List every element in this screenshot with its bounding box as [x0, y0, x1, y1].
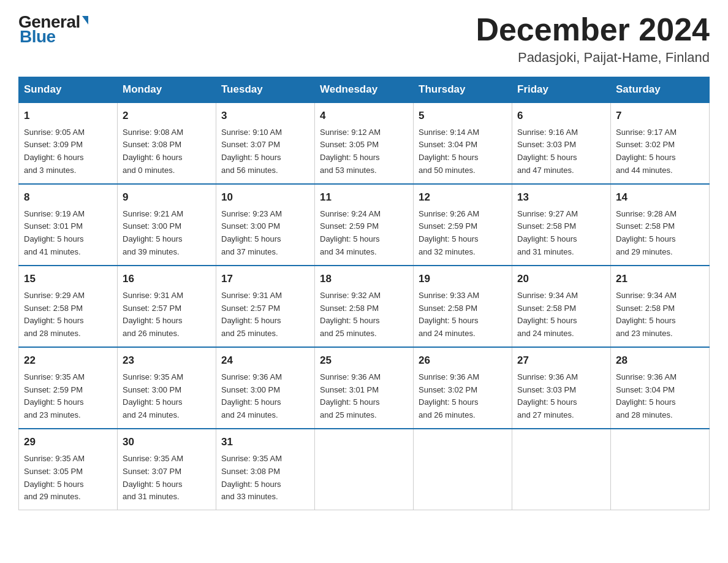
day-cell: 25Sunrise: 9:36 AM Sunset: 3:01 PM Dayli…: [315, 347, 414, 429]
day-cell: 26Sunrise: 9:36 AM Sunset: 3:02 PM Dayli…: [414, 347, 512, 429]
day-info: Sunrise: 9:19 AM Sunset: 3:01 PM Dayligh…: [24, 209, 85, 257]
day-info: Sunrise: 9:05 AM Sunset: 3:09 PM Dayligh…: [24, 128, 85, 175]
day-info: Sunrise: 9:12 AM Sunset: 3:05 PM Dayligh…: [320, 128, 381, 175]
day-info: Sunrise: 9:28 AM Sunset: 2:58 PM Dayligh…: [616, 209, 677, 257]
day-cell: 16Sunrise: 9:31 AM Sunset: 2:57 PM Dayli…: [118, 266, 216, 347]
day-number: 14: [616, 190, 704, 205]
header-friday: Friday: [512, 77, 611, 103]
day-info: Sunrise: 9:32 AM Sunset: 2:58 PM Dayligh…: [320, 291, 381, 339]
week-row-4: 22Sunrise: 9:35 AM Sunset: 2:59 PM Dayli…: [19, 347, 710, 429]
day-number: 23: [123, 353, 211, 369]
day-number: 18: [320, 271, 408, 287]
day-cell: 3Sunrise: 9:10 AM Sunset: 3:07 PM Daylig…: [216, 102, 315, 184]
title-area: December 2024 Padasjoki, Paijat-Hame, Fi…: [476, 12, 710, 66]
day-info: Sunrise: 9:23 AM Sunset: 3:00 PM Dayligh…: [221, 209, 282, 257]
day-number: 10: [221, 190, 309, 205]
day-cell: 20Sunrise: 9:34 AM Sunset: 2:58 PM Dayli…: [512, 266, 611, 347]
calendar-body: 1Sunrise: 9:05 AM Sunset: 3:09 PM Daylig…: [19, 102, 710, 510]
day-number: 24: [221, 353, 309, 369]
day-number: 7: [616, 108, 704, 124]
logo-blue-text: Blue: [18, 27, 56, 47]
header-sunday: Sunday: [19, 77, 118, 103]
day-cell: 24Sunrise: 9:36 AM Sunset: 3:00 PM Dayli…: [216, 347, 315, 429]
week-row-1: 1Sunrise: 9:05 AM Sunset: 3:09 PM Daylig…: [19, 102, 710, 184]
week-row-5: 29Sunrise: 9:35 AM Sunset: 3:05 PM Dayli…: [19, 429, 710, 510]
day-info: Sunrise: 9:27 AM Sunset: 2:58 PM Dayligh…: [517, 209, 578, 257]
logo-triangle-icon: [82, 16, 88, 25]
day-info: Sunrise: 9:36 AM Sunset: 3:00 PM Dayligh…: [221, 372, 282, 420]
calendar-header: SundayMondayTuesdayWednesdayThursdayFrid…: [19, 77, 710, 103]
day-cell: 17Sunrise: 9:31 AM Sunset: 2:57 PM Dayli…: [216, 266, 315, 347]
day-info: Sunrise: 9:36 AM Sunset: 3:02 PM Dayligh…: [419, 372, 479, 420]
day-cell: 18Sunrise: 9:32 AM Sunset: 2:58 PM Dayli…: [315, 266, 414, 347]
day-cell: 12Sunrise: 9:26 AM Sunset: 2:59 PM Dayli…: [414, 184, 512, 266]
day-info: Sunrise: 9:26 AM Sunset: 2:59 PM Dayligh…: [419, 209, 479, 257]
day-info: Sunrise: 9:35 AM Sunset: 3:08 PM Dayligh…: [221, 454, 282, 502]
day-cell: 2Sunrise: 9:08 AM Sunset: 3:08 PM Daylig…: [118, 102, 216, 184]
day-number: 17: [221, 271, 309, 287]
day-number: 29: [24, 434, 112, 450]
day-cell: 21Sunrise: 9:34 AM Sunset: 2:58 PM Dayli…: [611, 266, 710, 347]
month-title: December 2024: [476, 12, 710, 47]
day-number: 13: [517, 190, 605, 205]
day-info: Sunrise: 9:35 AM Sunset: 2:59 PM Dayligh…: [24, 372, 85, 420]
day-number: 21: [616, 271, 704, 287]
header-wednesday: Wednesday: [315, 77, 414, 103]
day-number: 25: [320, 353, 408, 369]
day-info: Sunrise: 9:36 AM Sunset: 3:03 PM Dayligh…: [517, 372, 578, 420]
day-cell: 30Sunrise: 9:35 AM Sunset: 3:07 PM Dayli…: [118, 429, 216, 510]
day-cell: 8Sunrise: 9:19 AM Sunset: 3:01 PM Daylig…: [19, 184, 118, 266]
day-info: Sunrise: 9:21 AM Sunset: 3:00 PM Dayligh…: [123, 209, 183, 257]
day-cell: 15Sunrise: 9:29 AM Sunset: 2:58 PM Dayli…: [19, 266, 118, 347]
day-cell: 19Sunrise: 9:33 AM Sunset: 2:58 PM Dayli…: [414, 266, 512, 347]
day-cell: 31Sunrise: 9:35 AM Sunset: 3:08 PM Dayli…: [216, 429, 315, 510]
day-number: 16: [123, 271, 211, 287]
day-info: Sunrise: 9:24 AM Sunset: 2:59 PM Dayligh…: [320, 209, 381, 257]
day-cell: [611, 429, 710, 510]
day-number: 8: [24, 190, 112, 205]
day-cell: 4Sunrise: 9:12 AM Sunset: 3:05 PM Daylig…: [315, 102, 414, 184]
day-number: 26: [419, 353, 507, 369]
day-number: 22: [24, 353, 112, 369]
day-number: 31: [221, 434, 309, 450]
day-cell: 7Sunrise: 9:17 AM Sunset: 3:02 PM Daylig…: [611, 102, 710, 184]
day-number: 5: [419, 108, 507, 124]
day-number: 12: [419, 190, 507, 205]
header-tuesday: Tuesday: [216, 77, 315, 103]
day-info: Sunrise: 9:29 AM Sunset: 2:58 PM Dayligh…: [24, 291, 85, 339]
day-cell: [414, 429, 512, 510]
day-info: Sunrise: 9:35 AM Sunset: 3:00 PM Dayligh…: [123, 372, 183, 420]
day-cell: 22Sunrise: 9:35 AM Sunset: 2:59 PM Dayli…: [19, 347, 118, 429]
day-info: Sunrise: 9:31 AM Sunset: 2:57 PM Dayligh…: [123, 291, 183, 339]
day-info: Sunrise: 9:34 AM Sunset: 2:58 PM Dayligh…: [616, 291, 677, 339]
day-number: 20: [517, 271, 605, 287]
header-saturday: Saturday: [611, 77, 710, 103]
day-cell: 6Sunrise: 9:16 AM Sunset: 3:03 PM Daylig…: [512, 102, 611, 184]
header-thursday: Thursday: [414, 77, 512, 103]
day-cell: [512, 429, 611, 510]
day-number: 6: [517, 108, 605, 124]
day-number: 3: [221, 108, 309, 124]
day-info: Sunrise: 9:08 AM Sunset: 3:08 PM Dayligh…: [123, 128, 183, 175]
day-info: Sunrise: 9:35 AM Sunset: 3:05 PM Dayligh…: [24, 454, 85, 502]
header-row: SundayMondayTuesdayWednesdayThursdayFrid…: [19, 77, 710, 103]
day-number: 19: [419, 271, 507, 287]
day-info: Sunrise: 9:10 AM Sunset: 3:07 PM Dayligh…: [221, 128, 282, 175]
day-info: Sunrise: 9:33 AM Sunset: 2:58 PM Dayligh…: [419, 291, 479, 339]
day-number: 27: [517, 353, 605, 369]
day-cell: 13Sunrise: 9:27 AM Sunset: 2:58 PM Dayli…: [512, 184, 611, 266]
day-info: Sunrise: 9:14 AM Sunset: 3:04 PM Dayligh…: [419, 128, 479, 175]
header-monday: Monday: [118, 77, 216, 103]
day-cell: 11Sunrise: 9:24 AM Sunset: 2:59 PM Dayli…: [315, 184, 414, 266]
day-cell: 28Sunrise: 9:36 AM Sunset: 3:04 PM Dayli…: [611, 347, 710, 429]
location-title: Padasjoki, Paijat-Hame, Finland: [476, 50, 710, 66]
day-info: Sunrise: 9:36 AM Sunset: 3:01 PM Dayligh…: [320, 372, 381, 420]
header: General Blue December 2024 Padasjoki, Pa…: [18, 12, 710, 66]
day-number: 9: [123, 190, 211, 205]
calendar-table: SundayMondayTuesdayWednesdayThursdayFrid…: [18, 77, 710, 510]
day-cell: [315, 429, 414, 510]
day-cell: 27Sunrise: 9:36 AM Sunset: 3:03 PM Dayli…: [512, 347, 611, 429]
day-info: Sunrise: 9:31 AM Sunset: 2:57 PM Dayligh…: [221, 291, 282, 339]
week-row-3: 15Sunrise: 9:29 AM Sunset: 2:58 PM Dayli…: [19, 266, 710, 347]
day-cell: 1Sunrise: 9:05 AM Sunset: 3:09 PM Daylig…: [19, 102, 118, 184]
